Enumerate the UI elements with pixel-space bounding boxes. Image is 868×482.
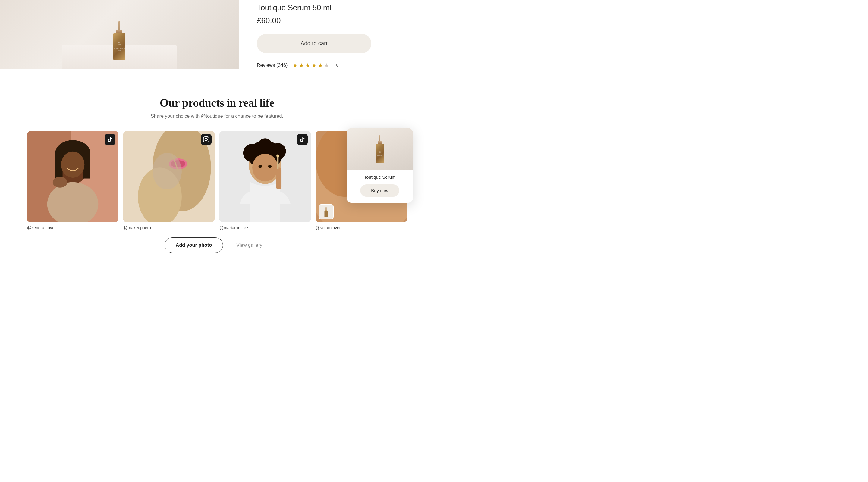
popup-bottle-label: toutiqueRETINOL xyxy=(377,150,382,156)
star-3: ★ xyxy=(305,62,310,69)
popup-product-name: Toutique Serum xyxy=(347,170,413,181)
instagram-badge-2 xyxy=(201,134,212,145)
star-2: ★ xyxy=(299,62,304,69)
ugc-photo-3 xyxy=(219,131,311,222)
thumb-bottle-svg xyxy=(319,205,333,219)
svg-point-23 xyxy=(252,154,278,181)
add-to-cart-button[interactable]: Add to cart xyxy=(257,34,371,53)
star-half: ★ xyxy=(318,62,323,69)
bottle-body: toutiqueRETINOL SERUM16 ML xyxy=(113,33,125,60)
product-image: toutiqueRETINOL SERUM16 ML xyxy=(0,0,239,69)
svg-rect-27 xyxy=(277,157,278,169)
page-wrapper: toutiqueRETINOL SERUM16 ML Toutique Seru… xyxy=(0,0,434,271)
popup-bottle-body: toutiqueRETINOL xyxy=(375,144,384,163)
tiktok-icon-1 xyxy=(107,136,113,142)
ugc-item-3[interactable]: @mariaramirez xyxy=(219,131,311,230)
product-bottle: toutiqueRETINOL SERUM16 ML xyxy=(113,21,125,60)
popup-bottle: toutiqueRETINOL xyxy=(375,135,384,163)
svg-rect-37 xyxy=(324,211,328,217)
popup-buy-now-button[interactable]: Buy now xyxy=(360,184,399,197)
product-price: £60.00 xyxy=(257,16,410,25)
svg-point-22 xyxy=(258,138,272,153)
svg-point-24 xyxy=(258,165,262,168)
ugc-photo-1 xyxy=(27,131,119,222)
svg-point-9 xyxy=(53,177,67,188)
star-empty: ★ xyxy=(324,62,330,69)
instagram-icon-2 xyxy=(203,136,209,142)
product-title: Toutique Serum 50 ml xyxy=(257,3,410,12)
product-info-column: Toutique Serum 50 ml £60.00 Add to cart … xyxy=(239,0,434,75)
product-image-column: toutiqueRETINOL SERUM16 ML xyxy=(0,0,239,75)
ugc-subtitle: Share your choice with @toutique for a c… xyxy=(27,114,407,119)
ugc-username-4: @serumlover xyxy=(315,225,407,230)
reviews-row[interactable]: Reviews (346) ★ ★ ★ ★ ★ ★ ∨ xyxy=(257,62,410,69)
stars-container: ★ ★ ★ ★ ★ ★ xyxy=(292,62,330,69)
star-1: ★ xyxy=(292,62,298,69)
svg-point-28 xyxy=(276,155,279,158)
bottle-dropper xyxy=(119,21,120,30)
popup-product-image: toutiqueRETINOL xyxy=(347,128,413,170)
star-4: ★ xyxy=(311,62,317,69)
bottle-cap xyxy=(116,30,122,33)
ugc-item-1[interactable]: @kendra_loves xyxy=(27,131,119,230)
ugc-username-3: @mariaramirez xyxy=(219,225,311,230)
reviews-label: Reviews (346) xyxy=(257,63,287,68)
ugc-image-2 xyxy=(123,131,215,222)
product-section: toutiqueRETINOL SERUM16 ML Toutique Seru… xyxy=(0,0,434,87)
ugc-item-4[interactable]: toutiqueRETINOL Toutique Serum Buy now @… xyxy=(315,131,407,230)
view-gallery-button[interactable]: View gallery xyxy=(229,238,270,253)
ugc-title: Our products in real life xyxy=(27,96,407,109)
svg-point-25 xyxy=(268,165,272,168)
svg-point-15 xyxy=(153,153,182,190)
ugc-image-1 xyxy=(27,131,119,222)
tiktok-badge-1 xyxy=(104,134,116,145)
add-photo-button[interactable]: Add your photo xyxy=(164,237,223,253)
chevron-down-icon[interactable]: ∨ xyxy=(336,63,339,68)
popup-bottle-dropper xyxy=(379,135,380,141)
tiktok-icon-3 xyxy=(299,136,305,142)
ugc-grid: @kendra_loves xyxy=(27,131,407,230)
ugc-section: Our products in real life Share your cho… xyxy=(0,87,434,271)
ugc-item-2[interactable]: @makeuphero xyxy=(123,131,215,230)
product-popup: toutiqueRETINOL Toutique Serum Buy now xyxy=(347,128,413,203)
bottle-label: toutiqueRETINOL SERUM16 ML xyxy=(114,42,125,52)
ugc-image-3 xyxy=(219,131,311,222)
ugc-photo-2 xyxy=(123,131,215,222)
popup-bottle-cap xyxy=(378,141,382,144)
ugc-actions: Add your photo View gallery xyxy=(27,237,407,253)
svg-rect-26 xyxy=(276,167,281,190)
ugc-username-1: @kendra_loves xyxy=(27,225,119,230)
ugc-username-2: @makeuphero xyxy=(123,225,215,230)
product-thumbnail-in-image xyxy=(318,204,334,219)
svg-point-8 xyxy=(61,152,85,178)
tiktok-badge-3 xyxy=(297,134,308,145)
